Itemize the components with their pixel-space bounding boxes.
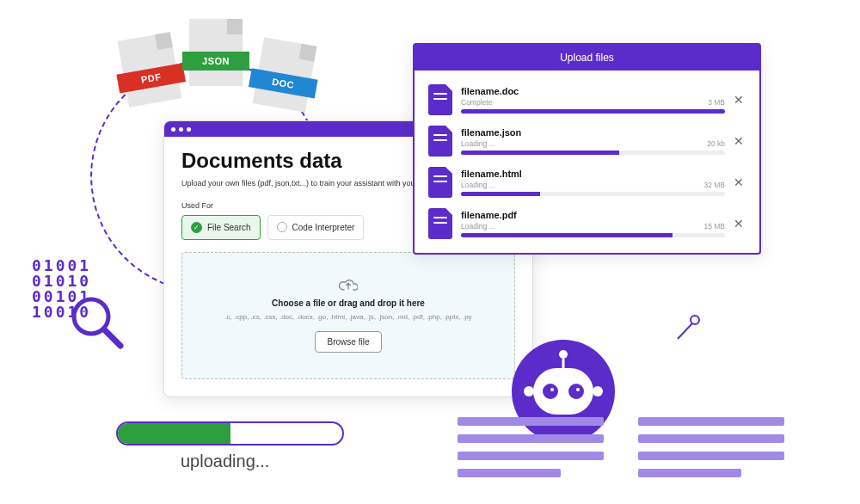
check-icon: ✓ bbox=[191, 222, 202, 233]
document-icon bbox=[428, 84, 452, 115]
uploading-label: uploading... bbox=[181, 452, 269, 471]
file-name: filename.json bbox=[461, 127, 725, 138]
file-size: 32 MB bbox=[703, 181, 725, 189]
svg-point-7 bbox=[593, 386, 603, 396]
progress-track bbox=[461, 109, 725, 114]
file-row: filename.pdfLoading ...15 MB✕ bbox=[420, 203, 754, 244]
close-icon[interactable]: ✕ bbox=[734, 217, 746, 230]
progress-fill bbox=[461, 192, 540, 196]
option-label: Code Interpreter bbox=[292, 223, 355, 232]
file-status: Loading ... bbox=[461, 181, 495, 189]
close-icon[interactable]: ✕ bbox=[734, 93, 746, 107]
svg-point-11 bbox=[576, 388, 580, 391]
pdf-label: PDF bbox=[116, 63, 186, 93]
file-size: 3 MB bbox=[708, 98, 725, 107]
progress-track bbox=[461, 151, 725, 155]
uploading-progress-fill bbox=[118, 423, 230, 444]
dropzone-title: Choose a file or drag and drop it here bbox=[272, 298, 425, 308]
window-control-dot bbox=[171, 127, 175, 132]
uploading-progress-track bbox=[116, 421, 344, 446]
lines-decoration bbox=[458, 417, 604, 477]
upload-files-window: Upload files filename.docComplete3 MB✕fi… bbox=[413, 43, 761, 255]
dropzone-subtitle: .c, .cpp, .cs, .css, .doc, .docx, .go, .… bbox=[224, 313, 471, 321]
file-size: 15 MB bbox=[703, 222, 725, 230]
cloud-upload-icon bbox=[339, 278, 358, 293]
document-icon bbox=[428, 208, 452, 239]
file-card-doc: DOC bbox=[253, 37, 317, 113]
json-label: JSON bbox=[182, 52, 249, 71]
file-row: filename.docComplete3 MB✕ bbox=[420, 79, 754, 120]
doc-label: DOC bbox=[249, 68, 318, 98]
progress-track bbox=[461, 192, 725, 196]
magnifier-icon bbox=[67, 292, 127, 353]
file-size: 20 kb bbox=[707, 139, 725, 148]
svg-point-9 bbox=[568, 384, 584, 399]
file-card-pdf: PDF bbox=[118, 32, 182, 108]
file-row: filename.jsonLoading ...20 kb✕ bbox=[420, 120, 754, 162]
document-icon bbox=[428, 167, 452, 198]
browse-file-button[interactable]: Browse file bbox=[315, 331, 383, 353]
radio-icon bbox=[277, 222, 287, 232]
upload-window-title: Upload files bbox=[415, 45, 759, 71]
window-control-dot bbox=[179, 127, 183, 132]
progress-fill bbox=[461, 151, 619, 155]
file-name: filename.pdf bbox=[461, 210, 725, 220]
file-status: Complete bbox=[461, 98, 492, 107]
svg-point-6 bbox=[524, 386, 534, 396]
file-status: Loading ... bbox=[461, 222, 495, 230]
file-status: Loading ... bbox=[461, 139, 495, 148]
option-file-search[interactable]: ✓ File Search bbox=[181, 215, 261, 240]
svg-point-12 bbox=[691, 316, 699, 324]
svg-line-1 bbox=[104, 329, 120, 346]
progress-fill bbox=[461, 109, 725, 114]
file-card-json: JSON bbox=[189, 19, 243, 86]
progress-track bbox=[461, 233, 725, 237]
svg-point-8 bbox=[543, 384, 558, 399]
connector-decoration bbox=[671, 311, 705, 346]
svg-point-10 bbox=[550, 388, 554, 391]
close-icon[interactable]: ✕ bbox=[734, 134, 746, 148]
close-icon[interactable]: ✕ bbox=[734, 175, 746, 189]
window-control-dot bbox=[187, 127, 191, 132]
file-name: filename.html bbox=[461, 169, 725, 179]
option-code-interpreter[interactable]: Code Interpreter bbox=[267, 215, 365, 240]
dropzone[interactable]: Choose a file or drag and drop it here .… bbox=[181, 252, 515, 379]
svg-rect-5 bbox=[533, 368, 593, 415]
file-row: filename.htmlLoading ...32 MB✕ bbox=[420, 162, 754, 203]
svg-point-3 bbox=[559, 350, 568, 359]
lines-decoration bbox=[638, 417, 784, 477]
document-icon bbox=[428, 126, 452, 157]
progress-fill bbox=[461, 233, 673, 237]
option-label: File Search bbox=[207, 223, 251, 232]
file-name: filename.doc bbox=[461, 86, 725, 96]
